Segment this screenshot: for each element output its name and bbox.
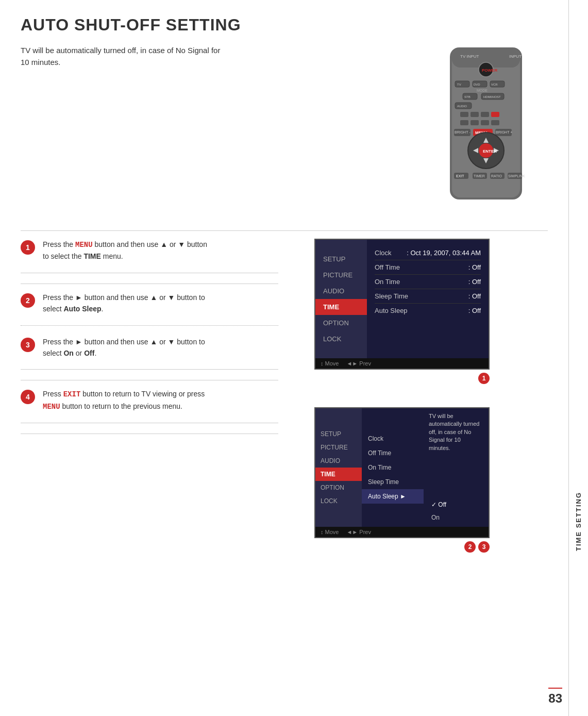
menu-middle-panel: Clock Off Time On Time Sleep Time Auto S…: [362, 408, 424, 527]
sleeptime-label: Sleep Time: [375, 292, 408, 300]
middle-clock: Clock: [362, 431, 424, 446]
intro-paragraph: TV will be automatically turned off, in …: [21, 45, 278, 68]
steps-column: 1 Press the MENU button and then use ▲ o…: [21, 239, 278, 553]
svg-rect-25: [471, 120, 479, 125]
offtime-label: Off Time: [375, 263, 400, 271]
menu-item-time-1: TIME: [315, 299, 367, 315]
footer-move-1: ↕ Move: [321, 360, 339, 367]
step-1-text: Press the MENU button and then use ▲ or …: [43, 239, 207, 262]
menu-left-panel-1: SETUP PICTURE AUDIO TIME OPTION LOCK: [315, 240, 367, 358]
step-3: 3 Press the ► button and then use ▲ or ▼…: [21, 336, 278, 370]
svg-text:VCR: VCR: [491, 83, 498, 86]
menu-inner-1: SETUP PICTURE AUDIO TIME OPTION LOCK Clo: [315, 240, 489, 358]
menu-row-clock: Clock : Oct 19, 2007, 03:44 AM: [375, 246, 481, 260]
svg-text:SIMPLINK: SIMPLINK: [508, 174, 525, 178]
menu-item-setup-1: SETUP: [315, 251, 367, 267]
svg-text:AUDIO: AUDIO: [457, 105, 467, 108]
exit-keyword: EXIT: [63, 390, 81, 398]
clock-value: : Oct 19, 2007, 03:44 AM: [407, 249, 481, 257]
svg-text:INPUT: INPUT: [509, 54, 522, 59]
autosleep-label: Auto Sleep: [375, 307, 408, 314]
svg-text:STB: STB: [464, 95, 471, 98]
page-number: 83: [548, 691, 562, 705]
menu-keyword-1: MENU: [75, 241, 93, 249]
middle-offtime: Off Time: [362, 446, 424, 460]
step-2: 2 Press the ► button and then use ▲ or ▼…: [21, 292, 278, 326]
remote-control-image: TV INPUT INPUT POWER TV DVD VCR MODE STB: [434, 45, 548, 210]
title-text: AUTO SHUT-OFF SETTING: [21, 15, 241, 34]
step-2-badge: 2: [21, 293, 35, 308]
badge-3: 3: [478, 541, 490, 553]
menu-right-panel-2: TV will be automatically turned off, in …: [424, 408, 489, 527]
svg-text:BRIGHT +: BRIGHT +: [496, 130, 512, 134]
sleeptime-value: : Off: [468, 292, 481, 300]
svg-text:TV INPUT: TV INPUT: [460, 54, 479, 59]
svg-text:EXIT: EXIT: [456, 174, 464, 178]
middle-ontime: On Time: [362, 460, 424, 475]
badge-1: 1: [478, 373, 490, 384]
menu-left-panel-2: SETUP PICTURE AUDIO TIME OPTION LOCK: [315, 408, 362, 527]
step-4-badge: 4: [21, 390, 35, 404]
option-on: On: [429, 512, 483, 523]
page-title: AUTO SHUT-OFF SETTING: [21, 15, 548, 35]
svg-text:MODE: MODE: [477, 89, 488, 92]
sidebar-time-setting-label: TIME SETTING: [575, 492, 582, 551]
svg-rect-22: [481, 112, 489, 117]
autosleep-value: : Off: [468, 307, 481, 314]
menu-item-lock-1: LOCK: [315, 331, 367, 347]
menu-item-option-2: OPTION: [315, 481, 362, 494]
menu-inner-2: SETUP PICTURE AUDIO TIME OPTION LOCK Clo…: [315, 408, 489, 527]
step-3-badge: 3: [21, 338, 35, 352]
main-divider: [21, 230, 548, 231]
svg-rect-26: [481, 120, 489, 125]
svg-text:DVD: DVD: [474, 83, 480, 86]
menu-item-audio-1: AUDIO: [315, 283, 367, 299]
sidebar-right: TIME SETTING: [568, 0, 588, 716]
on-keyword: On: [63, 349, 73, 357]
menu-item-setup-2: SETUP: [315, 427, 362, 441]
arrow-right-2: ►: [75, 293, 82, 302]
middle-sleeptime: Sleep Time: [362, 475, 424, 489]
remote-svg: TV INPUT INPUT POWER TV DVD VCR MODE STB: [434, 45, 537, 205]
svg-rect-27: [491, 120, 499, 125]
menu-item-time-2: TIME: [315, 468, 362, 481]
option-off: Off: [429, 499, 483, 510]
screenshot-2-badges: 2 3: [314, 541, 490, 553]
svg-text:RATIO: RATIO: [491, 174, 502, 178]
step-1-badge: 1: [21, 240, 35, 255]
svg-text:ENTER: ENTER: [483, 149, 497, 154]
submenu-options: Off On: [429, 499, 483, 523]
menu-row-ontime: On Time : Off: [375, 275, 481, 289]
autosleep-keyword: Auto Sleep: [63, 305, 101, 313]
svg-text:HDMI/HOST: HDMI/HOST: [483, 95, 501, 98]
middle-autosleep: Auto Sleep ►: [362, 489, 424, 504]
badge-2: 2: [464, 541, 476, 553]
menu-screenshot-1: SETUP PICTURE AUDIO TIME OPTION LOCK Clo: [314, 239, 490, 370]
content-area: 1 Press the MENU button and then use ▲ o…: [21, 239, 548, 553]
page-number-container: 83: [548, 688, 562, 706]
screenshot-1-container: SETUP PICTURE AUDIO TIME OPTION LOCK Clo: [314, 239, 490, 384]
ontime-label: On Time: [375, 278, 400, 286]
svg-text:TIMER: TIMER: [474, 174, 485, 178]
submenu-description: TV will be automatically turned off, in …: [429, 412, 483, 452]
menu-item-option-1: OPTION: [315, 315, 367, 331]
arrow-right-3: ►: [75, 338, 82, 346]
menu-row-offtime: Off Time : Off: [375, 260, 481, 275]
menu-keyword-4: MENU: [43, 403, 60, 411]
clock-label: Clock: [375, 249, 392, 257]
menu-row-sleeptime: Sleep Time : Off: [375, 289, 481, 304]
step-1: 1 Press the MENU button and then use ▲ o…: [21, 239, 278, 273]
menu-footer-1: ↕ Move ◄► Prev: [315, 358, 489, 369]
menu-item-picture-2: PICTURE: [315, 441, 362, 454]
footer-move-2: ↕ Move: [321, 529, 339, 535]
ontime-value: : Off: [468, 278, 481, 286]
menu-footer-2: ↕ Move ◄► Prev: [315, 527, 489, 537]
step-2-text: Press the ► button and then use ▲ or ▼ b…: [43, 292, 205, 315]
screenshot-1-badges: 1: [314, 373, 490, 384]
page-container: AUTO SHUT-OFF SETTING TV will be automat…: [0, 0, 588, 716]
step-4-text: Press EXIT button to return to TV viewin…: [43, 388, 205, 412]
footer-prev-2: ◄► Prev: [346, 529, 371, 535]
step-4: 4 Press EXIT button to return to TV view…: [21, 388, 278, 423]
screenshots-column: SETUP PICTURE AUDIO TIME OPTION LOCK Clo: [294, 239, 490, 553]
menu-row-autosleep: Auto Sleep : Off: [375, 304, 481, 318]
